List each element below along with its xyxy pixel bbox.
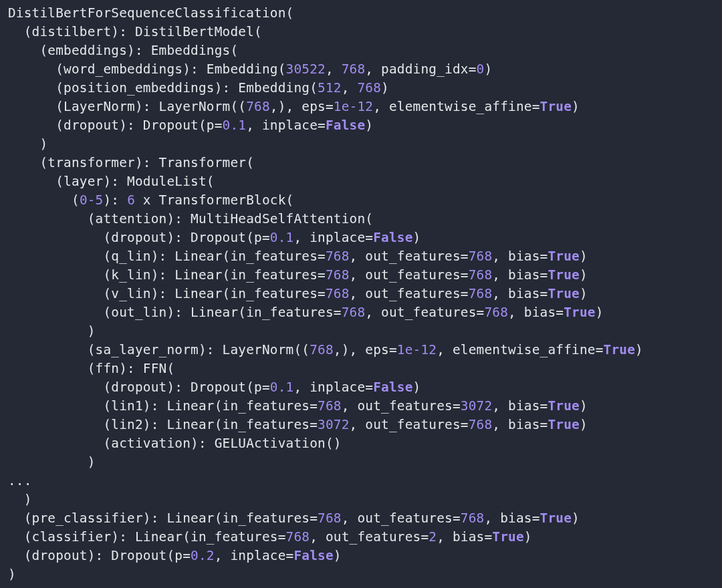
code-token-txt: , elementwise_affine= (437, 342, 603, 357)
code-token-bool: False (326, 118, 365, 133)
code-token-txt: (out_lin): Linear(in_features= (8, 305, 342, 320)
code-token-txt: (LayerNorm): LayerNorm(( (8, 99, 246, 114)
code-token-bool: True (492, 529, 524, 545)
code-token-bool: True (548, 267, 580, 283)
code-token-txt: ) (484, 61, 492, 77)
code-token-txt: (pre_classifier): Linear(in_features= (8, 510, 318, 526)
code-token-txt: (layer): ModuleList( (8, 174, 215, 189)
code-token-txt: ) (8, 323, 96, 339)
code-token-txt: ) (365, 118, 373, 133)
code-token-txt: (q_lin): Linear(in_features= (8, 249, 326, 264)
code-token-txt: , (342, 80, 358, 96)
code-token-txt: , out_features= (310, 529, 429, 545)
code-token-txt: (dropout): Dropout(p= (8, 548, 191, 563)
code-token-txt: (word_embeddings): Embedding( (8, 61, 286, 77)
code-token-txt: ) (8, 454, 96, 470)
code-token-num: 768 (326, 267, 350, 283)
code-token-txt: , out_features= (342, 510, 461, 526)
code-token-txt: ) (580, 398, 588, 414)
code-token-txt: x TransformerBlock( (135, 192, 293, 208)
code-token-txt: , bias= (492, 417, 548, 432)
code-token-num: 768 (484, 305, 508, 320)
code-token-txt: (lin1): Linear(in_features= (8, 398, 318, 414)
code-token-txt: (classifier): Linear(in_features= (8, 529, 286, 545)
code-token-txt: ... (8, 473, 32, 488)
code-token-txt: , out_features= (342, 398, 461, 414)
code-token-bool: False (373, 230, 412, 245)
code-token-txt: (distilbert): DistilBertModel( (8, 24, 262, 39)
code-token-bool: False (293, 548, 333, 563)
code-token-num: 512 (318, 80, 342, 96)
code-token-num: 2 (429, 529, 437, 545)
code-token-num: 0 (477, 61, 485, 77)
code-token-num: 768 (469, 267, 493, 283)
code-token-txt: ) (8, 492, 32, 507)
code-token-num: 1e-12 (397, 342, 437, 357)
code-token-txt: , elementwise_affine= (373, 99, 539, 114)
code-token-txt: ) (635, 342, 643, 357)
code-token-txt: ) (334, 548, 342, 563)
code-token-txt: (v_lin): Linear(in_features= (8, 286, 326, 301)
code-token-txt: (sa_layer_norm): LayerNorm(( (8, 342, 310, 357)
code-token-num: 768 (469, 286, 493, 301)
code-token-num: 768 (461, 510, 485, 526)
code-token-bool: True (548, 286, 580, 301)
code-token-txt: ,), eps= (334, 342, 397, 357)
code-token-txt: , bias= (437, 529, 492, 545)
code-token-txt: , out_features= (350, 286, 469, 301)
code-token-txt: ) (580, 286, 588, 301)
code-token-txt: ) (413, 230, 421, 245)
code-token-txt: ) (381, 80, 389, 96)
code-token-txt: ) (572, 99, 580, 114)
code-token-num: 768 (326, 249, 350, 264)
code-token-txt: ) (572, 510, 580, 526)
code-token-txt: , inplace= (293, 230, 373, 245)
code-token-txt: DistilBertForSequenceClassification( (8, 5, 293, 21)
code-token-txt: (embeddings): Embeddings( (8, 43, 238, 58)
code-token-num: 0.2 (191, 548, 215, 563)
code-token-txt: (transformer): Transformer( (8, 155, 254, 170)
code-token-txt: , out_features= (350, 267, 469, 283)
code-token-txt: ) (8, 136, 47, 152)
code-token-bool: True (548, 249, 580, 264)
code-token-txt: (position_embeddings): Embedding( (8, 80, 318, 96)
code-token-txt: (dropout): Dropout(p= (8, 118, 223, 133)
code-token-txt: (lin2): Linear(in_features= (8, 417, 318, 432)
code-token-bool: True (564, 305, 596, 320)
code-token-num: 768 (286, 529, 310, 545)
code-token-num: 768 (326, 286, 350, 301)
code-token-bool: True (540, 510, 572, 526)
code-token-bool: False (373, 380, 412, 395)
code-token-txt: ) (413, 380, 421, 395)
code-token-txt: , bias= (508, 305, 564, 320)
code-token-txt: , inplace= (246, 118, 326, 133)
code-token-num: 0.1 (270, 380, 294, 395)
code-token-txt: (activation): GELUActivation() (8, 436, 342, 451)
code-token-txt: , bias= (492, 249, 548, 264)
code-token-txt: , bias= (492, 267, 548, 283)
code-token-txt: , inplace= (293, 380, 373, 395)
code-token-bool: True (604, 342, 636, 357)
code-token-txt: (dropout): Dropout(p= (8, 380, 270, 395)
code-token-num: 768 (318, 398, 342, 414)
code-token-bool: True (548, 398, 580, 414)
code-token-txt: ,), eps= (270, 99, 334, 114)
code-token-num: 0.1 (223, 118, 247, 133)
code-token-txt: , inplace= (215, 548, 294, 563)
code-token-num: 768 (318, 510, 342, 526)
code-token-txt: ) (524, 529, 532, 545)
code-token-txt: ) (580, 417, 588, 432)
code-token-txt: , out_features= (350, 417, 469, 432)
code-token-num: 768 (342, 61, 366, 77)
code-token-bool: True (540, 99, 572, 114)
code-token-num: 3072 (461, 398, 493, 414)
code-token-num: 768 (469, 417, 493, 432)
code-token-txt: , out_features= (365, 305, 484, 320)
code-token-num: 1e-12 (334, 99, 373, 114)
code-token-txt: (ffn): FFN( (8, 361, 174, 376)
code-token-num: 0-5 (80, 192, 104, 208)
code-token-txt: ) (580, 267, 588, 283)
model-repr-output: DistilBertForSequenceClassification( (di… (0, 0, 722, 588)
code-token-txt: ( (8, 192, 80, 208)
code-token-txt: , bias= (492, 398, 548, 414)
